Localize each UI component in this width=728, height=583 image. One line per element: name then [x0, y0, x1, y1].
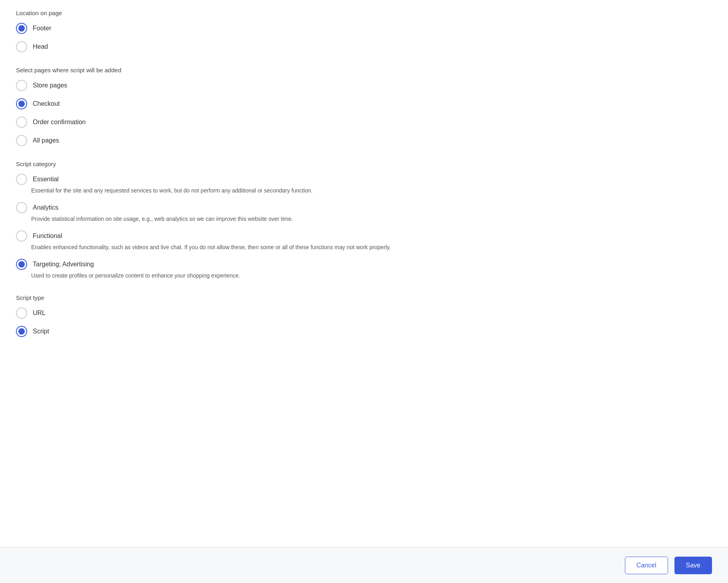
radio-circle-head[interactable]	[16, 41, 27, 52]
script-type-label: Script type	[16, 294, 712, 301]
footer-bar: Cancel Save	[0, 547, 728, 583]
radio-circle-functional[interactable]	[16, 230, 27, 242]
radio-desc-targeting: Used to create profiles or personalize c…	[31, 272, 471, 280]
radio-row-store-pages[interactable]: Store pages	[16, 80, 712, 91]
radio-label-targeting: Targeting; Advertising	[33, 261, 94, 268]
location-on-page-section: Location on page Footer Head	[16, 10, 712, 52]
category-radio-group: Essential Essential for the site and any…	[16, 174, 712, 280]
radio-label-footer: Footer	[33, 25, 51, 32]
radio-item-essential: Essential Essential for the site and any…	[16, 174, 712, 195]
radio-item-order-confirmation: Order confirmation	[16, 117, 712, 128]
radio-label-url: URL	[33, 309, 46, 317]
radio-label-all-pages: All pages	[33, 137, 59, 144]
radio-circle-script[interactable]	[16, 326, 27, 337]
radio-desc-essential: Essential for the site and any requested…	[31, 186, 471, 195]
radio-circle-essential[interactable]	[16, 174, 27, 185]
radio-item-functional: Functional Enables enhanced functionalit…	[16, 230, 712, 252]
radio-circle-all-pages[interactable]	[16, 135, 27, 146]
cancel-button[interactable]: Cancel	[625, 557, 668, 574]
script-type-section: Script type URL Script	[16, 294, 712, 337]
radio-circle-targeting[interactable]	[16, 259, 27, 270]
radio-circle-footer[interactable]	[16, 23, 27, 34]
radio-label-functional: Functional	[33, 232, 62, 240]
radio-row-checkout[interactable]: Checkout	[16, 98, 712, 109]
radio-row-all-pages[interactable]: All pages	[16, 135, 712, 146]
radio-row-targeting[interactable]: Targeting; Advertising	[16, 259, 712, 270]
page-container: Location on page Footer Head Select page…	[0, 0, 728, 583]
radio-circle-order-confirmation[interactable]	[16, 117, 27, 128]
radio-row-url[interactable]: URL	[16, 307, 712, 319]
select-pages-section: Select pages where script will be added …	[16, 67, 712, 146]
pages-radio-group: Store pages Checkout Order confirmation …	[16, 80, 712, 146]
radio-circle-store-pages[interactable]	[16, 80, 27, 91]
script-category-label: Script category	[16, 161, 712, 167]
radio-item-targeting: Targeting; Advertising Used to create pr…	[16, 259, 712, 280]
radio-row-script[interactable]: Script	[16, 326, 712, 337]
script-category-section: Script category Essential Essential for …	[16, 161, 712, 280]
radio-item-checkout: Checkout	[16, 98, 712, 109]
location-radio-group: Footer Head	[16, 23, 712, 52]
radio-label-head: Head	[33, 43, 48, 50]
radio-desc-analytics: Provide statistical information on site …	[31, 215, 471, 223]
radio-item-store-pages: Store pages	[16, 80, 712, 91]
radio-row-analytics[interactable]: Analytics	[16, 202, 712, 213]
radio-label-store-pages: Store pages	[33, 82, 67, 89]
radio-item-footer: Footer	[16, 23, 712, 34]
radio-label-analytics: Analytics	[33, 204, 58, 211]
save-button[interactable]: Save	[674, 557, 712, 574]
radio-label-checkout: Checkout	[33, 100, 60, 107]
radio-desc-functional: Enables enhanced functionality, such as …	[31, 243, 471, 252]
radio-row-footer[interactable]: Footer	[16, 23, 712, 34]
radio-row-essential[interactable]: Essential	[16, 174, 712, 185]
select-pages-label: Select pages where script will be added	[16, 67, 712, 73]
radio-item-head: Head	[16, 41, 712, 52]
radio-label-script: Script	[33, 328, 49, 335]
radio-row-head[interactable]: Head	[16, 41, 712, 52]
radio-circle-analytics[interactable]	[16, 202, 27, 213]
radio-item-script: Script	[16, 326, 712, 337]
radio-circle-url[interactable]	[16, 307, 27, 319]
location-on-page-label: Location on page	[16, 10, 712, 16]
radio-item-url: URL	[16, 307, 712, 319]
radio-label-essential: Essential	[33, 176, 59, 183]
radio-circle-checkout[interactable]	[16, 98, 27, 109]
radio-item-all-pages: All pages	[16, 135, 712, 146]
radio-label-order-confirmation: Order confirmation	[33, 119, 86, 126]
radio-row-functional[interactable]: Functional	[16, 230, 712, 242]
radio-item-analytics: Analytics Provide statistical informatio…	[16, 202, 712, 223]
type-radio-group: URL Script	[16, 307, 712, 337]
radio-row-order-confirmation[interactable]: Order confirmation	[16, 117, 712, 128]
